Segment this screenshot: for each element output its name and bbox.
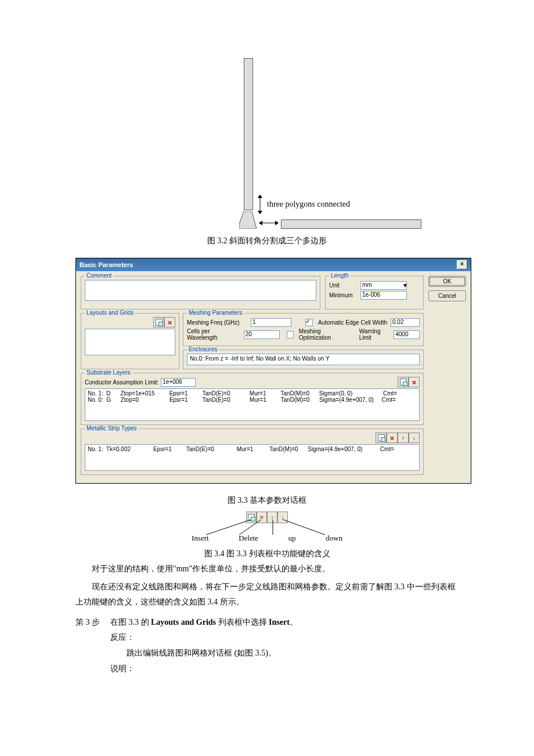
polygon-vertical bbox=[244, 58, 253, 210]
polygons-connected-label: three polygons connected bbox=[267, 200, 350, 209]
comment-fieldset: Comment bbox=[81, 276, 320, 309]
polygon-triangle bbox=[239, 211, 257, 229]
unit-select[interactable]: mm bbox=[360, 281, 407, 290]
delete-icon[interactable]: × bbox=[387, 433, 398, 443]
svg-line-7 bbox=[206, 520, 251, 535]
arrow-vertical-icon bbox=[257, 195, 264, 214]
insert-icon[interactable] bbox=[398, 377, 409, 387]
svg-marker-1 bbox=[258, 195, 262, 198]
figure-3-4-caption: 图 3.4 图 3.3 列表框中功能键的含义 bbox=[75, 549, 459, 559]
meshing-fieldset: Meshing Parameters Meshing Freq (GHz) 1 … bbox=[183, 313, 424, 346]
dialog-title: Basic Parameters bbox=[80, 261, 133, 268]
up-icon[interactable]: ↑ bbox=[398, 433, 409, 443]
down-icon[interactable]: ↓ bbox=[409, 433, 420, 443]
cells-per-wavelength-input[interactable]: 20 bbox=[244, 330, 280, 339]
up-icon: ↑ bbox=[267, 512, 277, 523]
comment-input[interactable] bbox=[85, 280, 316, 301]
substrate-list[interactable]: No. 1: D Ztop=1e+015 Epsr=1 TanD(E)=0 Mu… bbox=[85, 388, 420, 421]
arrow-horizontal-icon bbox=[259, 219, 279, 226]
polygon-horizontal bbox=[281, 219, 421, 229]
table-row: No. 1: Tk=0.002 Epsr=1 TanD(E)=0 Mur=1 T… bbox=[88, 446, 417, 452]
step-3-label: 第 3 步 bbox=[75, 615, 100, 676]
delete-icon: × bbox=[257, 512, 267, 523]
step-3-explain-label: 说明： bbox=[110, 661, 459, 677]
figure-3-2-caption: 图 3.2 斜面转角分割成三个多边形 bbox=[207, 236, 327, 246]
svg-marker-3 bbox=[239, 211, 257, 229]
figure-3-3-caption: 图 3.3 基本参数对话框 bbox=[75, 495, 459, 506]
conductor-limit-input[interactable]: 1e+006 bbox=[161, 378, 196, 387]
enclosures-fieldset: Enclosures No.0: From z = -Inf to Inf; N… bbox=[183, 350, 424, 369]
table-row: No. 0: G Ztop=0 Epsr=1 TanD(E)=0 Mur=1 T… bbox=[88, 397, 417, 403]
insert-icon bbox=[246, 512, 257, 523]
auto-edge-checkbox[interactable] bbox=[305, 319, 313, 326]
svg-marker-5 bbox=[259, 221, 262, 225]
step-3-instruction: 在图 3.3 的 Layouts and Grids 列表框中选择 Insert… bbox=[110, 615, 459, 631]
ok-button[interactable]: OK bbox=[428, 276, 466, 287]
close-icon[interactable]: × bbox=[457, 260, 467, 269]
delete-icon[interactable]: × bbox=[164, 317, 175, 327]
layouts-grids-fieldset: Layouts and Grids × bbox=[81, 313, 179, 369]
metallic-fieldset: Metallic Strip Types × ↑ ↓ No. 1: Tk=0.0… bbox=[81, 429, 424, 475]
meshing-freq-input[interactable]: 1 bbox=[251, 318, 291, 327]
step-3: 第 3 步 在图 3.3 的 Layouts and Grids 列表框中选择 … bbox=[75, 615, 459, 676]
step-3-reaction-body: 跳出编辑线路图和网格对话框 (如图 3.5)。 bbox=[110, 646, 459, 661]
svg-line-10 bbox=[283, 520, 325, 535]
paragraph-1: 对于这里的结构，使用"mm"作长度单位，并接受默认的最小长度。 bbox=[75, 561, 459, 577]
layouts-grids-list[interactable] bbox=[85, 329, 175, 355]
insert-label: Insert bbox=[192, 534, 209, 543]
svg-marker-6 bbox=[275, 221, 279, 225]
table-row: No. 1: D Ztop=1e+015 Epsr=1 TanD(E)=0 Mu… bbox=[88, 390, 417, 397]
step-3-reaction-label: 反应： bbox=[110, 630, 459, 646]
length-fieldset: Length Unitmm▼ Minimum1e-006 bbox=[325, 276, 424, 309]
auto-edge-input[interactable]: 0.02 bbox=[391, 318, 420, 327]
minimum-input[interactable]: 1e-006 bbox=[360, 291, 407, 300]
down-label: down bbox=[326, 534, 342, 543]
enclosures-list[interactable]: No.0: From z = -Inf to Inf; No Wall on X… bbox=[187, 354, 420, 365]
meshing-opt-checkbox[interactable] bbox=[287, 331, 294, 339]
delete-label: Delete bbox=[239, 534, 258, 543]
metallic-list[interactable]: No. 1: Tk=0.002 Epsr=1 TanD(E)=0 Mur=1 T… bbox=[85, 444, 420, 471]
figure-3-2: three polygons connected 图 3.2 斜面转角分割成三个… bbox=[75, 58, 459, 246]
cancel-button[interactable]: Cancel bbox=[428, 290, 466, 301]
delete-icon[interactable]: × bbox=[409, 377, 420, 387]
insert-icon[interactable] bbox=[153, 317, 164, 327]
basic-parameters-dialog: Basic Parameters × Comment Length Unitmm… bbox=[75, 258, 471, 484]
substrate-fieldset: Substrate Layers Conductor Assumption Li… bbox=[81, 373, 424, 425]
svg-marker-2 bbox=[258, 211, 262, 214]
insert-icon[interactable] bbox=[376, 433, 387, 443]
figure-3-4: × ↑ ↓ Insert Delete up down bbox=[192, 512, 342, 543]
dialog-titlebar: Basic Parameters × bbox=[76, 258, 471, 271]
warning-limit-input[interactable]: 4000 bbox=[394, 330, 420, 339]
paragraph-2: 现在还没有定义线路图和网格，将在下一步定义线路图和网格参数。定义前需了解图 3.… bbox=[75, 579, 459, 610]
up-label: up bbox=[288, 534, 296, 543]
down-icon: ↓ bbox=[277, 512, 288, 523]
